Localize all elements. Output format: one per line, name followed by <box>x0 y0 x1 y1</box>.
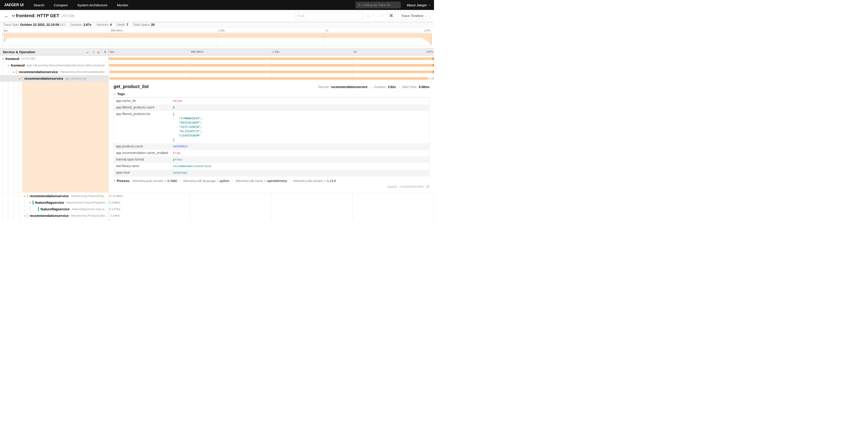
indent-guide <box>8 199 8 206</box>
span-row[interactable]: frontendHTTP GET <box>0 56 434 62</box>
tag-value: true <box>170 150 430 156</box>
span-track[interactable]: 2.62s <box>108 75 434 82</box>
nav-item-system-architecture[interactable]: System Architecture <box>77 3 107 7</box>
span-track[interactable]: 3.68ms <box>108 199 434 206</box>
span-bar[interactable] <box>110 195 111 197</box>
nav-item-compare[interactable]: Compare <box>54 3 68 7</box>
indent-guide <box>8 206 8 212</box>
find-input[interactable] <box>294 12 363 20</box>
span-row[interactable]: featureflagservice/hipstershop.FeatureFl… <box>0 199 434 206</box>
nav-item-search[interactable]: Search <box>33 3 44 7</box>
span-bar[interactable] <box>110 208 111 210</box>
span-track[interactable]: 1.04ms <box>108 212 434 219</box>
span-name-cell[interactable]: frontendgrpc.hipstershop.RecommendationS… <box>0 62 108 68</box>
span-duration-label: 14.49ms <box>113 195 123 198</box>
span-row[interactable]: featureflagservicefeatureflagservice.rep… <box>0 206 434 212</box>
trace-title: frontend: HTTP GET 2f715fb <box>16 13 74 18</box>
chevron-down-icon[interactable] <box>24 214 26 216</box>
trace-lookup-box[interactable] <box>355 2 401 8</box>
span-name-cell[interactable]: frontendHTTP GET <box>0 56 108 62</box>
tag-key: app.filtered_products.list <box>114 111 170 143</box>
process-key: telemetry.sdk.version <box>293 179 323 183</box>
span-id-value: 1ca2262df0e18447 <box>399 185 425 188</box>
trace-minimap: 0μs666.89ms1.33s2s2.67s <box>0 28 434 46</box>
span-track[interactable] <box>108 56 434 62</box>
find-next-icon[interactable] <box>376 14 379 17</box>
process-key: telemetry.auto.version <box>132 179 163 183</box>
summary-item-value: 7 <box>126 23 128 27</box>
span-accent-block[interactable] <box>22 82 108 193</box>
span-name-cell[interactable]: recommendationservice/hipstershop.Recomm… <box>0 68 108 75</box>
summary-item-value: 20 <box>151 23 155 27</box>
span-track[interactable] <box>108 68 434 75</box>
span-bar[interactable] <box>108 58 434 60</box>
indent-guide <box>3 219 3 220</box>
span-name-cell[interactable]: recommendationservice/hipstershop.Featur… <box>0 193 108 199</box>
span-row[interactable]: recommendationservice/hipstershop.Recomm… <box>0 68 434 75</box>
process-item: telemetry.sdk.version=1.13.0 <box>293 179 336 183</box>
expand-all-icon[interactable] <box>103 51 106 53</box>
minimap-canvas[interactable] <box>2 33 432 46</box>
span-row[interactable]: frontendgrpc.hipstershop.RecommendationS… <box>0 62 434 68</box>
indent-guide <box>3 193 3 199</box>
tags-accordion-header[interactable]: Tags <box>114 91 430 97</box>
nav-item-monitor[interactable]: Monitor <box>117 3 128 7</box>
span-bar[interactable] <box>110 77 429 80</box>
collapse-all-icon[interactable] <box>98 51 99 53</box>
span-row[interactable] <box>0 219 434 220</box>
collapse-one-icon[interactable] <box>87 51 89 53</box>
timeline-tick-label: 1.33s <box>273 50 279 53</box>
span-row[interactable]: recommendationserviceget_product_list2.6… <box>0 75 434 82</box>
collapse-trace-detail-chevron-icon[interactable] <box>12 13 15 17</box>
process-accordion-header[interactable]: Process: telemetry.auto.version=0.34b0te… <box>114 179 430 183</box>
tag-value: 44530923 <box>170 143 430 150</box>
expand-one-icon[interactable] <box>92 51 94 53</box>
span-bar[interactable] <box>110 219 111 220</box>
app-logo[interactable]: JAEGER UI <box>4 3 24 7</box>
about-jaeger-label: About Jaeger <box>407 3 427 7</box>
timeline-tick-label: 0μs <box>110 50 114 53</box>
span-track[interactable] <box>108 62 434 68</box>
indent-guide <box>3 82 3 193</box>
span-bar[interactable] <box>110 201 111 204</box>
span-bar[interactable] <box>109 64 434 66</box>
summary-item-label: Total Spans <box>133 23 150 27</box>
span-row[interactable]: recommendationservice/hipstershop.Featur… <box>0 193 434 199</box>
span-name-cell[interactable]: recommendationserviceget_product_list <box>0 75 108 82</box>
deep-link-icon[interactable] <box>426 185 430 188</box>
find-clear-icon[interactable]: × <box>381 14 384 18</box>
span-name-cell[interactable] <box>0 219 108 220</box>
tag-key: app.filtered_products.count <box>114 105 170 111</box>
span-bar[interactable] <box>110 214 110 217</box>
service-name: featureflagservice <box>40 207 69 211</box>
span-name-cell[interactable]: recommendationservice/hipstershop.Produc… <box>0 212 108 219</box>
keyboard-shortcuts-button[interactable]: ⌘ <box>388 12 395 20</box>
find-search-icon[interactable] <box>366 14 370 18</box>
chevron-down-icon[interactable] <box>13 70 15 72</box>
about-jaeger-menu[interactable]: About Jaeger <box>407 3 430 7</box>
service-name: recommendationservice <box>19 70 58 74</box>
process-value: 0.34b0 <box>167 179 177 183</box>
chevron-down-icon[interactable] <box>2 58 4 59</box>
span-name-cell[interactable]: featureflagservice/hipstershop.FeatureFl… <box>0 199 108 206</box>
view-selector-button[interactable]: Trace Timeline <box>398 12 430 20</box>
chevron-down-icon[interactable] <box>29 201 31 203</box>
chevron-down-icon[interactable] <box>18 77 20 79</box>
span-name-cell[interactable]: featureflagservicefeatureflagservice.rep… <box>0 206 108 212</box>
chevron-down-icon[interactable] <box>24 195 26 197</box>
span-track[interactable] <box>108 219 434 220</box>
find-prev-icon[interactable] <box>372 14 374 17</box>
back-button[interactable]: ← <box>4 13 9 18</box>
process-value: 1.13.0 <box>327 179 336 183</box>
span-track[interactable]: 3.47ms <box>108 206 434 212</box>
span-bar[interactable] <box>110 70 434 73</box>
timeline-tick-label: 666.89ms <box>111 29 123 32</box>
span-row[interactable]: recommendationservice/hipstershop.Produc… <box>0 212 434 219</box>
span-track[interactable]: 14.49ms <box>108 193 434 199</box>
chevron-down-icon[interactable] <box>7 64 9 66</box>
service-color-strip <box>38 207 39 211</box>
detail-meta-label: Start Time: <box>402 85 417 89</box>
indent-guide <box>13 212 14 219</box>
trace-lookup-input[interactable] <box>363 3 399 7</box>
process-value: python <box>220 179 229 183</box>
